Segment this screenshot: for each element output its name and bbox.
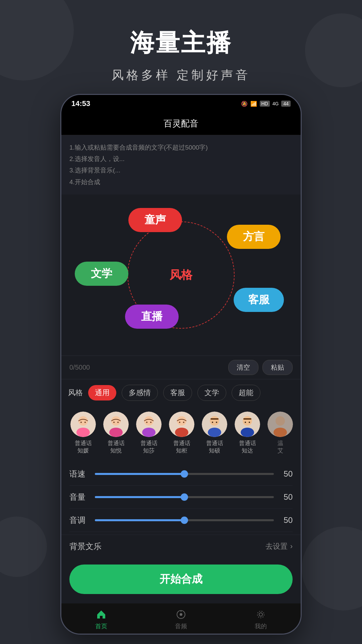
hint-line-4: 4.开始合成 [69, 176, 293, 188]
svg-point-17 [175, 428, 188, 437]
pitch-track[interactable] [95, 519, 274, 521]
bgm-row[interactable]: 背景文乐 去设置 › [61, 535, 301, 558]
nav-settings-label: 我的 [255, 622, 267, 630]
speed-thumb[interactable] [181, 470, 188, 478]
nav-home[interactable]: 首页 [95, 608, 108, 630]
volume-fill [95, 496, 184, 498]
wheel-area: 风格 童声 方言 文学 直播 客服 [61, 195, 301, 356]
avatar-zhishuo-circle [202, 412, 227, 437]
svg-rect-29 [243, 418, 251, 420]
app-title: 百灵配音 [164, 118, 198, 128]
avatar-zhigui[interactable]: 普通话知柜 [167, 412, 197, 454]
svg-point-19 [183, 422, 184, 423]
nav-home-label: 首页 [95, 622, 107, 630]
avatar-zhida[interactable]: 普通话知达 [232, 412, 262, 454]
app-bar: 百灵配音 [61, 112, 301, 135]
avatar-zhisha-circle [136, 412, 162, 437]
pitch-value: 50 [279, 516, 293, 525]
tab-kefu[interactable]: 客服 [163, 385, 192, 401]
status-icons: 🔕 📶 HD 4G 44 [241, 101, 291, 107]
speed-fill [95, 473, 184, 475]
svg-point-13 [146, 422, 147, 423]
svg-point-12 [142, 428, 156, 437]
nav-music[interactable]: 音频 [175, 608, 187, 630]
wifi-icon: 📶 [250, 101, 257, 107]
avatar-wenai-circle [267, 412, 293, 437]
avatar-zhisha[interactable]: 普通话知莎 [134, 412, 164, 454]
svg-point-3 [80, 422, 82, 423]
bgm-right: 去设置 › [265, 541, 293, 551]
mute-icon: 🔕 [241, 101, 248, 107]
tab-chao[interactable]: 超能 [232, 385, 260, 401]
volume-track[interactable] [95, 496, 274, 498]
avatar-zhiyuan-name: 普通话知媛 [75, 440, 92, 454]
hint-line-3: 3.选择背景音乐(... [69, 165, 293, 176]
avatar-zhishuo[interactable]: 普通话知硕 [199, 412, 230, 454]
speed-value: 50 [279, 469, 293, 479]
pitch-fill [95, 519, 184, 521]
pitch-thumb[interactable] [181, 517, 188, 524]
bubble-fangyan[interactable]: 方言 [227, 225, 281, 249]
signal-icon: 4G [273, 101, 279, 106]
avatar-zhiyue[interactable]: 普通话知悦 [101, 412, 131, 454]
music-icon [175, 608, 187, 621]
text-input-area[interactable]: 1.输入或粘贴需要合成音频的文字(不超过5000字) 2.选择发音人，设... … [61, 135, 301, 195]
svg-point-18 [179, 422, 180, 423]
paste-button[interactable]: 粘贴 [262, 360, 293, 375]
bubble-wenxue[interactable]: 文学 [75, 262, 128, 286]
tab-duogangan[interactable]: 多感情 [122, 385, 158, 401]
speed-track[interactable] [95, 473, 274, 475]
status-time: 14:53 [71, 99, 90, 108]
avatar-zhigui-circle [169, 412, 194, 437]
avatar-zhiyuan[interactable]: 普通话知媛 [68, 412, 98, 454]
svg-point-16 [177, 416, 186, 426]
tab-tongyong[interactable]: 通用 [88, 385, 116, 400]
svg-point-21 [210, 416, 219, 426]
tab-wenxue[interactable]: 文学 [197, 385, 226, 401]
svg-point-6 [111, 416, 121, 426]
status-bar: 14:53 🔕 📶 HD 4G 44 [61, 95, 301, 112]
svg-point-33 [276, 416, 285, 426]
hd-badge: HD [260, 101, 270, 107]
wheel-bottom-bar: 0/5000 清空 粘贴 [61, 356, 301, 379]
avatar-wenai[interactable]: 温艾 [265, 412, 295, 454]
bubble-wenxue-label: 文学 [91, 266, 112, 281]
nav-music-label: 音频 [175, 622, 187, 630]
speed-slider-row: 语速 50 [69, 463, 293, 486]
hint-line-2: 2.选择发音人，设... [69, 153, 293, 165]
avatar-zhishuo-name: 普通话知硕 [206, 440, 223, 454]
volume-value: 50 [279, 492, 293, 502]
clear-button[interactable]: 清空 [228, 360, 258, 375]
bubble-kefu-label: 客服 [248, 292, 269, 307]
volume-slider-row: 音量 50 [69, 486, 293, 509]
svg-point-25 [216, 422, 217, 423]
avatar-zhiyue-circle [103, 412, 129, 437]
volume-thumb[interactable] [181, 493, 188, 501]
svg-point-30 [245, 422, 246, 423]
bgm-settings-text: 去设置 [265, 541, 288, 551]
style-tabs: 风格 通用 多感情 客服 文学 超能 [61, 379, 301, 406]
hint-line-1: 1.输入或粘贴需要合成音频的文字(不超过5000字) [69, 142, 293, 153]
settings-icon [254, 608, 267, 621]
avatar-zhiyuan-circle [70, 412, 96, 437]
bgm-chevron: › [290, 542, 293, 551]
nav-settings[interactable]: 我的 [254, 608, 267, 630]
char-count: 0/5000 [69, 364, 90, 371]
svg-point-4 [84, 422, 86, 423]
action-buttons: 清空 粘贴 [228, 360, 293, 375]
bubble-tongsheng[interactable]: 童声 [128, 208, 182, 232]
bubble-fangyan-label: 方言 [243, 229, 264, 244]
bubble-zhibo[interactable]: 直播 [125, 305, 179, 329]
svg-point-9 [117, 422, 119, 423]
svg-point-14 [150, 422, 152, 423]
sliders-area: 语速 50 音量 50 音调 [61, 460, 301, 535]
hint-text: 1.输入或粘贴需要合成音频的文字(不超过5000字) 2.选择发音人，设... … [69, 142, 293, 188]
bubble-kefu[interactable]: 客服 [234, 288, 284, 312]
start-button[interactable]: 开始合成 [69, 565, 293, 594]
wheel-center-label: 风格 [170, 267, 192, 283]
style-label: 风格 [68, 388, 83, 398]
svg-point-28 [241, 428, 254, 437]
svg-point-27 [243, 416, 252, 426]
bubble-zhibo-label: 直播 [141, 309, 163, 324]
bottom-nav: 首页 音频 我的 [61, 603, 301, 634]
